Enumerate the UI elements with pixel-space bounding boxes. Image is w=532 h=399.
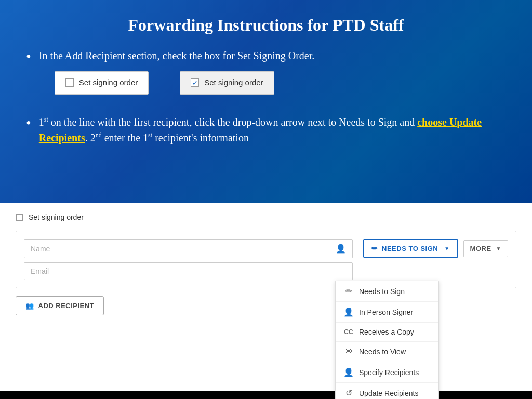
- set-signing-checkbox[interactable]: [16, 214, 23, 221]
- slide-top: Forwarding Instructions for PTD Staff • …: [0, 0, 532, 203]
- dropdown-menu: ✏ Needs to Sign 👤 In Person Signer CC Re…: [335, 281, 439, 399]
- name-placeholder: Name: [31, 245, 50, 253]
- bullet-2: • 1st on the line with the first recipie…: [26, 114, 506, 145]
- black-bar: [0, 391, 532, 399]
- specify-recipients-icon: 👤: [343, 367, 354, 377]
- bullet-text-2: 1st on the line with the first recipient…: [39, 114, 506, 145]
- dropdown-item-label-0: Needs to Sign: [359, 287, 405, 296]
- email-placeholder: Email: [31, 267, 49, 275]
- set-signing-row: Set signing order: [16, 213, 516, 221]
- needs-to-sign-icon: ✏: [343, 286, 354, 296]
- signing-box-label-1: Set signing order: [79, 77, 138, 89]
- dropdown-item-in-person[interactable]: 👤 In Person Signer: [336, 302, 438, 323]
- dropdown-item-needs-to-sign[interactable]: ✏ Needs to Sign: [336, 281, 438, 302]
- recipient-form: Name 👤 Email ✏ NEEDS TO SIGN ▼ MORE ▼: [16, 231, 516, 288]
- signing-box-checked: ✓ Set signing order: [180, 71, 274, 95]
- dropdown-item-specify-recipients[interactable]: 👤 Specify Recipients: [336, 362, 438, 383]
- dropdown-item-needs-to-view[interactable]: 👁 Needs to View: [336, 342, 438, 362]
- receives-copy-icon: CC: [343, 328, 354, 336]
- dropdown-item-label-3: Needs to View: [359, 348, 406, 356]
- checkbox-empty: [65, 78, 74, 87]
- checkbox-checked: ✓: [191, 78, 199, 87]
- dropdown-arrow-icon: ▼: [444, 246, 449, 251]
- form-fields: Name 👤 Email: [24, 239, 353, 280]
- needs-to-sign-button[interactable]: ✏ NEEDS TO SIGN ▼: [363, 239, 458, 258]
- dropdown-item-label-5: Update Recipients: [359, 389, 418, 397]
- bullet-1: • In the Add Recipient section, check th…: [26, 48, 506, 105]
- signing-box-unchecked: Set signing order: [55, 71, 149, 95]
- dropdown-item-label-4: Specify Recipients: [359, 368, 419, 377]
- add-recipient-button[interactable]: 👥 ADD RECIPIENT: [16, 296, 104, 315]
- email-input[interactable]: Email: [24, 262, 353, 280]
- in-person-icon: 👤: [343, 307, 354, 317]
- needs-to-sign-label: NEEDS TO SIGN: [382, 245, 438, 252]
- slide-bottom: Set signing order Name 👤 Email ✏ NEEDS T…: [0, 203, 532, 399]
- add-person-icon: 👥: [25, 302, 34, 310]
- bullet-dot-1: •: [26, 46, 31, 68]
- update-recipients-icon: ↺: [343, 388, 354, 398]
- more-dropdown-arrow-icon: ▼: [496, 246, 501, 251]
- set-signing-label: Set signing order: [29, 213, 84, 221]
- add-recipient-label: ADD RECIPIENT: [38, 302, 95, 310]
- bullet2-part2: . 2nd enter the 1st recipient's informat…: [85, 132, 249, 143]
- bullet1-text: In the Add Recipient section, check the …: [39, 50, 314, 61]
- dropdown-item-update-recipients[interactable]: ↺ Update Recipients: [336, 383, 438, 399]
- pencil-icon: ✏: [371, 244, 378, 252]
- slide-title: Forwarding Instructions for PTD Staff: [26, 16, 506, 35]
- person-icon: 👤: [336, 244, 346, 254]
- bullet2-part1: 1st on the line with the first recipient…: [39, 116, 417, 128]
- more-label: MORE: [470, 245, 491, 252]
- bullet-dot-2: •: [26, 112, 31, 134]
- dropdown-item-receives-copy[interactable]: CC Receives a Copy: [336, 323, 438, 342]
- signing-order-boxes: Set signing order ✓ Set signing order: [55, 71, 506, 95]
- needs-to-view-icon: 👁: [343, 347, 354, 356]
- bullet-text-1: In the Add Recipient section, check the …: [39, 48, 506, 105]
- name-input[interactable]: Name 👤: [24, 239, 353, 258]
- more-button[interactable]: MORE ▼: [463, 240, 508, 257]
- dropdown-item-label-1: In Person Signer: [359, 308, 413, 316]
- action-buttons-row: ✏ NEEDS TO SIGN ▼ MORE ▼: [363, 239, 508, 258]
- dropdown-item-label-2: Receives a Copy: [359, 328, 414, 336]
- signing-box-label-2: Set signing order: [204, 77, 263, 89]
